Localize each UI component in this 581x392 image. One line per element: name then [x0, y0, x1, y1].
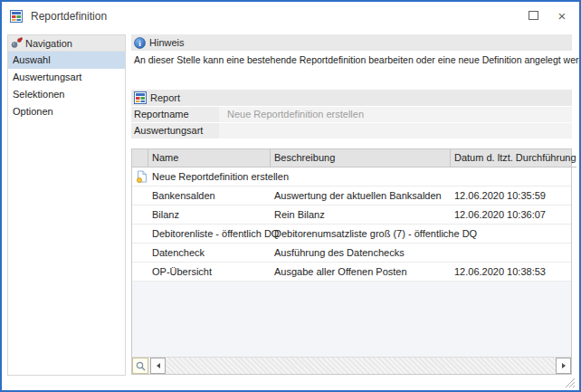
navigation-header: Navigation	[8, 35, 125, 52]
maximize-button[interactable]	[519, 4, 547, 27]
auswertungsart-field-row: Auswertungsart	[131, 123, 572, 139]
row-name: Neue Reportdefinition erstellen	[148, 171, 289, 182]
reportname-label: Reportname	[131, 107, 219, 122]
reportdefinition-window: Reportdefinition × Navigation Auswahl Au…	[0, 0, 581, 392]
row-beschreibung: Ausgabe aller Offenen Posten	[271, 266, 451, 277]
navigation-header-label: Navigation	[25, 38, 72, 49]
report-icon	[134, 91, 147, 104]
window-title: Reportdefinition	[31, 10, 107, 23]
row-name: OP-Übersicht	[148, 266, 271, 277]
resize-grip[interactable]	[563, 376, 575, 387]
row-icon-cell	[132, 170, 148, 183]
row-beschreibung: Rein Bilanz	[271, 209, 451, 220]
scroll-track[interactable]	[166, 358, 556, 374]
table-row-debitorenliste[interactable]: Debitorenliste - öffentlich DQ Debitoren…	[132, 225, 571, 244]
row-name: Bilanz	[148, 209, 271, 220]
app-icon	[10, 10, 23, 23]
maximize-icon	[529, 11, 538, 20]
row-datum: 12.06.2020 10:35:59	[451, 190, 571, 201]
arrow-left-icon	[157, 363, 160, 368]
nodes-icon	[11, 37, 23, 49]
table-header-row: Name Beschreibung Datum d. ltzt. Durchfü…	[132, 149, 571, 167]
scroll-right-button[interactable]	[556, 358, 571, 374]
table-row-datencheck[interactable]: Datencheck Ausführung des Datenchecks	[132, 244, 571, 263]
info-icon: i	[134, 37, 146, 49]
row-datum: 12.06.2020 10:36:07	[451, 209, 571, 220]
row-name: Bankensalden	[148, 190, 271, 201]
close-icon: ×	[558, 9, 567, 23]
row-beschreibung: Auswertung der aktuellen Banksalden	[271, 190, 451, 201]
search-button[interactable]	[132, 358, 148, 374]
row-name: Datencheck	[148, 247, 271, 258]
table-row-neue-reportdefinition[interactable]: Neue Reportdefinition erstellen	[132, 167, 571, 186]
report-section-header: Report	[131, 90, 572, 106]
hinweis-text: An dieser Stelle kann eine bestehende Re…	[134, 54, 577, 65]
report-table: Name Beschreibung Datum d. ltzt. Durchfü…	[131, 148, 572, 375]
scroll-left-button[interactable]	[150, 358, 166, 374]
sidebar-item-selektionen[interactable]: Selektionen	[8, 86, 125, 103]
row-datum: 12.06.2020 10:38:53	[451, 266, 571, 277]
auswertungsart-label: Auswertungsart	[131, 123, 219, 139]
reportname-field-row: Reportname Neue Reportdefinition erstell…	[131, 107, 572, 122]
arrow-right-icon	[562, 363, 566, 368]
column-header-name[interactable]: Name	[148, 149, 271, 167]
row-beschreibung: Debitorenumsatzliste groß (7) - öffentli…	[271, 228, 451, 239]
report-title: Report	[150, 92, 180, 103]
hinweis-section-header: i Hinweis	[131, 34, 572, 51]
title-bar[interactable]: Reportdefinition	[2, 2, 579, 31]
row-beschreibung: Ausführung des Datenchecks	[271, 247, 451, 258]
sidebar-item-auswahl[interactable]: Auswahl	[8, 52, 125, 69]
row-name: Debitorenliste - öffentlich DQ	[148, 228, 271, 239]
column-header-beschreibung[interactable]: Beschreibung	[271, 149, 451, 167]
hinweis-title: Hinweis	[149, 37, 185, 48]
auswertungsart-value[interactable]	[219, 123, 572, 139]
table-row-op-uebersicht[interactable]: OP-Übersicht Ausgabe aller Offenen Poste…	[132, 263, 571, 282]
column-header-icon[interactable]	[132, 149, 148, 167]
magnifier-icon	[136, 361, 146, 371]
column-header-datum[interactable]: Datum d. ltzt. Durchführung	[451, 149, 576, 167]
table-row-bilanz[interactable]: Bilanz Rein Bilanz 12.06.2020 10:36:07	[132, 206, 571, 225]
table-empty-area	[132, 282, 571, 357]
sidebar-item-optionen[interactable]: Optionen	[8, 103, 125, 120]
close-button[interactable]: ×	[548, 4, 576, 27]
new-report-icon	[136, 170, 148, 183]
navigation-sidebar: Navigation Auswahl Auswertungsart Selekt…	[7, 34, 126, 376]
reportname-value[interactable]: Neue Reportdefinition erstellen	[219, 107, 572, 122]
sidebar-item-auswertungsart[interactable]: Auswertungsart	[8, 69, 125, 86]
horizontal-scrollbar[interactable]	[132, 357, 571, 374]
table-row-bankensalden[interactable]: Bankensalden Auswertung der aktuellen Ba…	[132, 186, 571, 206]
